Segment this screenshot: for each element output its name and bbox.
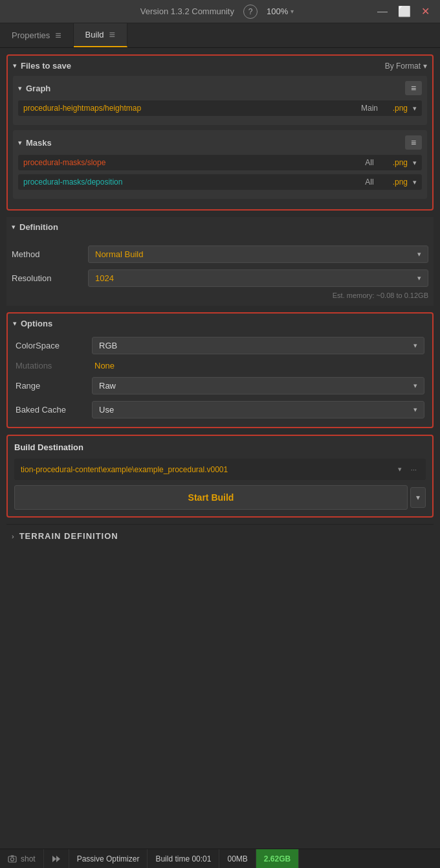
- graph-title: Graph: [26, 84, 50, 93]
- tab-properties[interactable]: Properties ≡: [0, 23, 74, 47]
- deposition-file-label: All: [360, 177, 379, 187]
- minimize-button[interactable]: —: [375, 5, 390, 19]
- colorspace-chevron-icon: ▾: [413, 341, 417, 350]
- tab-build-label: Build: [85, 30, 104, 40]
- masks-chevron[interactable]: ▾: [18, 139, 22, 147]
- terrain-definition-bar: › TERRAIN DEFINITION: [6, 524, 434, 547]
- slope-file-label: All: [360, 158, 379, 167]
- options-title: Options: [21, 319, 52, 328]
- resolution-label: Resolution: [12, 273, 83, 283]
- slope-file-row: procedural-masks/slope All .png ▾: [18, 155, 422, 170]
- svg-rect-2: [11, 855, 14, 856]
- passive-optimizer-status: Passive Optimizer: [69, 849, 148, 868]
- path-dropdown-arrow[interactable]: ▾: [395, 464, 404, 475]
- slope-ext-dropdown[interactable]: ▾: [413, 159, 417, 167]
- terrain-definition-title: TERRAIN DEFINITION: [19, 531, 118, 541]
- maximize-button[interactable]: ⬜: [395, 4, 413, 19]
- colorspace-row: ColorSpace RGB ▾: [13, 334, 427, 358]
- definition-chevron[interactable]: ▾: [12, 223, 16, 231]
- files-to-save-title: Files to save: [21, 61, 71, 71]
- options-header: ▾ Options: [13, 319, 427, 328]
- graph-menu-button[interactable]: ≡: [405, 81, 422, 95]
- sort-dropdown[interactable]: By Format ▾: [385, 62, 427, 71]
- deposition-ext-dropdown[interactable]: ▾: [413, 178, 417, 187]
- svg-point-1: [11, 858, 14, 861]
- baked-cache-dropdown[interactable]: Use ▾: [92, 401, 424, 418]
- colorspace-value: RGB: [99, 341, 117, 350]
- sort-label: By Format: [385, 62, 421, 71]
- fast-forward-icon: [52, 854, 61, 863]
- build-destination-path: tion-procedural-content\example\example_…: [21, 465, 391, 474]
- method-label: Method: [12, 249, 83, 259]
- resolution-dropdown[interactable]: 1024 ▾: [88, 269, 428, 287]
- method-row: Method Normal Build ▾: [9, 242, 431, 266]
- svg-marker-3: [52, 856, 56, 862]
- slope-file-path: procedural-masks/slope: [23, 158, 355, 167]
- close-button[interactable]: ✕: [419, 4, 432, 19]
- resolution-chevron-icon: ▾: [417, 274, 421, 282]
- screenshot-label: shot: [21, 854, 36, 863]
- options-chevron[interactable]: ▾: [13, 319, 17, 328]
- graph-ext-dropdown[interactable]: ▾: [413, 104, 417, 113]
- playback-button[interactable]: [44, 849, 69, 868]
- resolution-value: 1024: [95, 273, 114, 283]
- graph-chevron[interactable]: ▾: [18, 84, 22, 93]
- path-more-options[interactable]: ···: [408, 464, 419, 475]
- range-value: Raw: [99, 381, 116, 391]
- terrain-def-chevron[interactable]: ›: [12, 532, 14, 540]
- baked-cache-row: Baked Cache Use ▾: [13, 398, 427, 422]
- definition-title: Definition: [19, 222, 58, 232]
- camera-icon: [8, 854, 17, 863]
- slope-file-ext: .png: [384, 158, 408, 167]
- resolution-row: Resolution 1024 ▾: [9, 266, 431, 290]
- colorspace-dropdown[interactable]: RGB ▾: [92, 337, 424, 354]
- version-text: Version 1.3.2 Community: [140, 6, 234, 16]
- colorspace-label: ColorSpace: [16, 341, 87, 350]
- main-content: ▾ Files to save By Format ▾ ▾ Graph ≡ pr…: [0, 48, 440, 849]
- mutations-row: Mutations None: [13, 358, 427, 374]
- method-chevron-icon: ▾: [417, 250, 421, 258]
- files-to-save-panel: ▾ Files to save By Format ▾ ▾ Graph ≡ pr…: [6, 54, 434, 211]
- memory-status: 00MB: [219, 849, 256, 868]
- masks-menu-button[interactable]: ≡: [405, 135, 422, 150]
- baked-cache-label: Baked Cache: [16, 405, 87, 415]
- build-destination-panel: Build Destination tion-procedural-conten…: [6, 435, 434, 518]
- status-bar: shot Passive Optimizer Build time 00:01 …: [0, 849, 440, 868]
- graph-file-row: procedural-heightmaps/heightmap Main .pn…: [18, 100, 422, 116]
- build-time-value: Build time 00:01: [155, 854, 211, 863]
- tab-build[interactable]: Build ≡: [74, 23, 127, 47]
- properties-menu-icon: ≡: [55, 30, 61, 41]
- baked-cache-value: Use: [99, 405, 114, 415]
- graph-file-label: Main: [360, 104, 379, 113]
- tab-properties-label: Properties: [12, 30, 50, 40]
- masks-title: Masks: [26, 138, 52, 148]
- baked-cache-chevron-icon: ▾: [413, 405, 417, 414]
- masks-subpanel: ▾ Masks ≡ procedural-masks/slope All .pn…: [13, 130, 427, 199]
- build-destination-title: Build Destination: [14, 442, 426, 452]
- help-button[interactable]: ?: [243, 5, 258, 19]
- deposition-file-path: procedural-masks/deposition: [23, 177, 355, 187]
- svg-rect-0: [8, 856, 16, 862]
- memory-note: Est. memory: ~0.08 to 0.12GB: [9, 290, 431, 301]
- method-dropdown[interactable]: Normal Build ▾: [88, 246, 428, 263]
- zoom-control[interactable]: 100% ▾: [267, 6, 294, 16]
- start-build-arrow-button[interactable]: ▾: [410, 487, 426, 508]
- build-time-status: Build time 00:01: [148, 849, 219, 868]
- graph-subpanel: ▾ Graph ≡ procedural-heightmaps/heightma…: [13, 76, 427, 125]
- range-label: Range: [16, 381, 87, 391]
- passive-optimizer-label: Passive Optimizer: [77, 854, 140, 863]
- screenshot-button[interactable]: shot: [0, 849, 44, 868]
- files-to-save-header: ▾ Files to save By Format ▾: [13, 61, 427, 71]
- range-dropdown[interactable]: Raw ▾: [92, 377, 424, 394]
- deposition-file-ext: .png: [384, 177, 408, 187]
- svg-marker-4: [56, 856, 60, 862]
- files-chevron[interactable]: ▾: [13, 62, 17, 70]
- start-build-button[interactable]: Start Build: [14, 485, 408, 510]
- definition-section: ▾ Definition Method Normal Build ▾ Resol…: [6, 217, 434, 306]
- storage-value: 2.62GB: [264, 854, 291, 863]
- start-build-row: Start Build ▾: [14, 485, 426, 510]
- deposition-file-row: procedural-masks/deposition All .png ▾: [18, 174, 422, 190]
- range-row: Range Raw ▾: [13, 374, 427, 398]
- mutations-value: None: [92, 361, 115, 371]
- options-panel: ▾ Options ColorSpace RGB ▾ Mutations Non…: [6, 312, 434, 428]
